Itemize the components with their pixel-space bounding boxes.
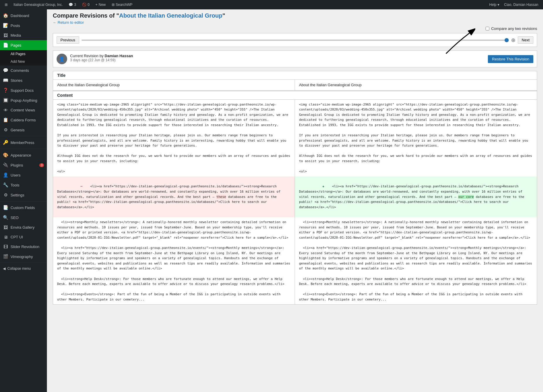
sidebar-item-support-docs[interactable]: ❓ Support Docs [0, 85, 47, 95]
diff-title-right: About the Italian Genealogical Group [295, 80, 537, 90]
collapse-menu-button[interactable]: ◀ Collapse menu [0, 264, 47, 273]
adminbar-site-label: Italian Genealogical Group, Inc. [13, 3, 63, 7]
settings-icon: ⚙ [3, 192, 8, 198]
adminbar-help[interactable]: Help ▾ [487, 0, 502, 9]
sidebar-item-pages[interactable]: 📄 Pages [0, 40, 47, 50]
sidebar-item-popup-anything[interactable]: 🔲 Popup Anything [0, 95, 47, 105]
expand-icon[interactable]: ⊕ [511, 37, 515, 43]
sidebar-item-posts[interactable]: 📝 Posts [0, 21, 47, 30]
revision-author: Damian Hassan [105, 54, 133, 58]
cpt-icon: 🖥 [3, 235, 8, 240]
compare-any-label[interactable]: Compare any two revisions [486, 26, 537, 31]
sidebar-item-caldera-forms[interactable]: 📋 Caldera Forms [0, 115, 47, 125]
sidebar-item-vimeography[interactable]: 🎬 Vimeography [0, 252, 47, 262]
diff-title-row: About the Italian Genealogical Group Abo… [53, 80, 537, 91]
revision-date: 3 days ago (22 Jun @ 14:59) [70, 58, 485, 62]
sidebar-item-label-appearance: Appearance [11, 153, 31, 157]
sidebar-item-label-caldera: Caldera Forms [11, 118, 36, 122]
media-icon: 🖼 [3, 33, 8, 38]
wp-wrap: 🏠 Dashboard 📝 Posts 🖼 Media 📄 Pages All … [0, 9, 543, 392]
menu-separator-3 [0, 201, 47, 201]
adminbar-site-name[interactable]: Italian Genealogical Group, Inc. [11, 0, 65, 9]
adminbar-user[interactable]: Ciao, Damian Hassan [502, 0, 541, 9]
sidebar-item-seo[interactable]: 🔍 SEO [0, 213, 47, 223]
sidebar-item-genesis[interactable]: ⚙ Genesis [0, 125, 47, 135]
sidebar-item-label-support-docs: Support Docs [11, 88, 34, 93]
adminbar-spam[interactable]: 🚫 0 [80, 0, 92, 9]
adminbar-comments[interactable]: 💬 3 [66, 0, 79, 9]
sidebar-item-label-genesis: Genesis [11, 128, 25, 132]
adminbar-searchwp-label: SearchWP [116, 3, 133, 7]
menu-separator-2 [0, 149, 47, 149]
revision-info-box: 👤 Current Revision by Damian Hassan 3 da… [53, 50, 537, 67]
sidebar-item-label-custom-fields: Custom Fields [11, 206, 35, 210]
slider-icon: 🎞 [3, 244, 8, 249]
sidebar-item-custom-fields[interactable]: 📑 Custom Fields [0, 203, 47, 213]
sidebar-item-label-envira: Envira Gallery [11, 225, 35, 230]
menu-separator-4 [0, 263, 47, 263]
diff-after-list-right: <li><strong>Monthly newsletters</strong>… [295, 217, 537, 305]
adminbar-user-greeting: Ciao, Damian Hassan [504, 3, 538, 7]
adminbar-new[interactable]: + New [93, 0, 108, 9]
adminbar-wp-logo[interactable]: ⊞ [2, 0, 10, 9]
support-docs-icon: ❓ [3, 88, 8, 93]
sidebar-item-comments[interactable]: 💬 Comments [0, 65, 47, 75]
appearance-icon: 🎨 [3, 152, 8, 158]
previous-button[interactable]: Previous [57, 36, 79, 44]
adminbar-right: Help ▾ Ciao, Damian Hassan [487, 0, 541, 9]
admin-bar: ⊞ Italian Genealogical Group, Inc. 💬 3 🚫… [0, 0, 543, 9]
sidebar-item-slider-revolution[interactable]: 🎞 Slider Revolution [0, 242, 47, 252]
sidebar-item-content-views[interactable]: 👁 Content Views [0, 105, 47, 115]
restore-this-revision-button[interactable]: Restore This Revision [488, 55, 533, 63]
sidebar-item-cpt-ui[interactable]: 🖥 CPT UI [0, 232, 47, 242]
sidebar-item-envira[interactable]: 🖼 Envira Gallery [0, 223, 47, 232]
diff-content-left-intro: <img class="size-medium wp-image-2965 al… [53, 100, 295, 177]
return-to-editor-link[interactable]: ← Return to editor [53, 20, 84, 25]
plugins-badge: 3 [39, 163, 44, 167]
sidebar-item-label-cpt: CPT UI [11, 235, 23, 239]
spam-icon: 🚫 [82, 3, 86, 7]
diff-content-right-intro: <img class="size-medium wp-image-2965 al… [295, 100, 537, 177]
seo-icon: 🔍 [3, 215, 8, 220]
compare-any-checkbox[interactable] [486, 27, 489, 30]
collapse-icon: ◀ [3, 267, 6, 271]
removed-text-highlight: these [216, 195, 226, 199]
revision-controls: Previous ⊕ Next [53, 33, 537, 47]
sidebar-item-memberpress[interactable]: 🔑 MemberPress [0, 138, 47, 147]
page-link[interactable]: About the Italian Genealogical Group [119, 12, 222, 19]
content-wrap: Compare Revisions of "About the Italian … [53, 9, 537, 305]
plus-sign: + [322, 184, 328, 189]
sidebar-item-label-content-views: Content Views [11, 108, 35, 112]
adminbar-searchwp[interactable]: ⊞ SearchWP [109, 0, 135, 9]
revision-details: Current Revision by Damian Hassan 3 days… [70, 54, 485, 62]
sidebar-item-plugins[interactable]: 🔌 Plugins 3 [0, 160, 47, 170]
page-title-area: Compare Revisions of "About the Italian … [53, 9, 537, 26]
sidebar-item-label-seo: SEO [11, 215, 18, 220]
sidebar-item-users[interactable]: 👤 Users [0, 170, 47, 180]
plugins-icon: 🔌 [3, 162, 8, 168]
next-button[interactable]: Next [518, 36, 533, 44]
slider-thumb[interactable] [505, 38, 509, 42]
sidebar-item-media[interactable]: 🖼 Media [0, 30, 47, 40]
popup-icon: 🔲 [3, 98, 8, 103]
sidebar-subitem-add-new[interactable]: Add New [0, 58, 47, 65]
diff-added-cell: + <li><a href="https://dev-italian-genea… [295, 177, 537, 217]
minus-sign: – [80, 184, 86, 189]
sidebar-item-tools[interactable]: 🔧 Tools [0, 180, 47, 190]
sidebar-item-dashboard[interactable]: 🏠 Dashboard [0, 11, 47, 21]
sidebar-item-label-memberpress: MemberPress [11, 140, 34, 145]
stories-icon: 📖 [3, 78, 8, 83]
revision-slider[interactable] [82, 40, 509, 41]
sidebar-item-settings[interactable]: ⚙ Settings [0, 190, 47, 200]
sidebar-item-label-settings: Settings [11, 193, 24, 197]
adminbar-help-label: Help [489, 3, 497, 7]
wp-icon: ⊞ [5, 3, 8, 7]
sidebar-item-stories[interactable]: 📖 Stories [0, 75, 47, 85]
sidebar-item-label-slider: Slider Revolution [11, 245, 39, 249]
revision-author-label: Current Revision by [70, 54, 103, 58]
custom-fields-icon: 📑 [3, 205, 8, 210]
sidebar-subitem-all-pages[interactable]: All Pages [0, 50, 47, 58]
envira-icon: 🖼 [3, 225, 8, 230]
users-icon: 👤 [3, 172, 8, 178]
sidebar-item-appearance[interactable]: 🎨 Appearance [0, 150, 47, 160]
